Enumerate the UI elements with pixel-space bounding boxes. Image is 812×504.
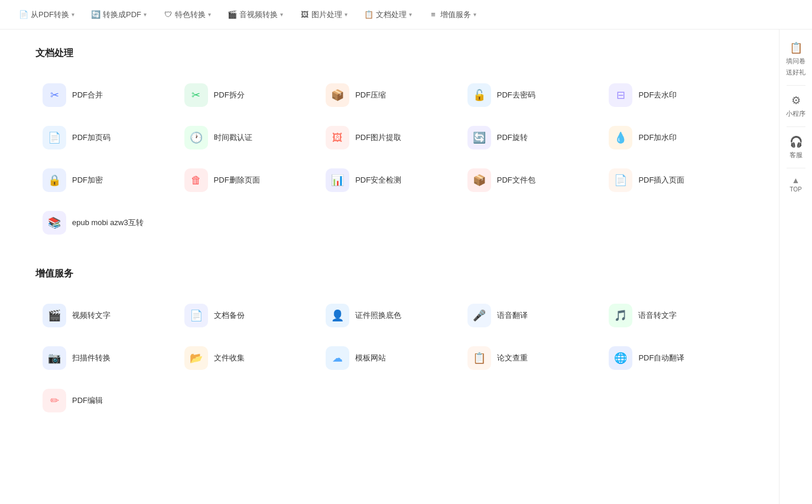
survey-icon: 📋 xyxy=(790,41,803,54)
tool-label-video-to-text: 视频转文字 xyxy=(72,310,111,321)
tool-item-pdf-encrypt[interactable]: 🔒PDF加密 xyxy=(35,159,177,201)
nav-item-to-pdf[interactable]: 🔄 转换成PDF ▾ xyxy=(84,6,154,24)
tool-item-pdf-decrypt[interactable]: 🔓PDF去密码 xyxy=(460,74,602,116)
nav-label-value: 增值服务 xyxy=(440,9,471,20)
tool-icon-pdf-page-code: 📄 xyxy=(43,126,66,149)
customer-service-label: 客服 xyxy=(790,151,803,160)
tool-icon-voice-translate: 🎤 xyxy=(467,304,491,327)
tool-item-pdf-page-code[interactable]: 📄PDF加页码 xyxy=(35,116,177,159)
tool-icon-pdf-rotate: 🔄 xyxy=(467,126,491,149)
sidebar-divider-2 xyxy=(787,126,805,127)
tool-label-pdf-decrypt: PDF去密码 xyxy=(497,90,535,100)
tool-icon-voice-to-text: 🎵 xyxy=(609,304,632,327)
tool-icon-paper-check: 📋 xyxy=(467,346,491,370)
tool-item-paper-check[interactable]: 📋论文查重 xyxy=(460,337,602,379)
tool-item-pdf-package[interactable]: 📦PDF文件包 xyxy=(460,159,602,201)
tool-label-doc-backup: 文档备份 xyxy=(214,310,245,321)
tool-label-pdf-watermark-add: PDF加水印 xyxy=(638,132,677,143)
right-sidebar: 📋 填问卷 送好礼 ⚙ 小程序 🎧 客服 ▲ TOP xyxy=(779,30,812,504)
nav-item-special[interactable]: 🛡 特色转换 ▾ xyxy=(156,6,218,24)
nav-item-doc[interactable]: 📋 文档处理 ▾ xyxy=(357,6,419,24)
section-title-doc-processing: 文档处理 xyxy=(35,47,743,60)
tool-icon-pdf-security: 📊 xyxy=(326,168,349,192)
back-to-top-button[interactable]: ▲ TOP xyxy=(779,170,812,199)
tool-icon-epub-convert: 📚 xyxy=(43,211,66,235)
mini-program-label: 小程序 xyxy=(786,109,805,118)
tool-icon-pdf-encrypt: 🔒 xyxy=(43,168,66,192)
nav-label-image: 图片处理 xyxy=(311,9,342,20)
tool-item-time-cert[interactable]: 🕐时间戳认证 xyxy=(177,116,319,159)
tool-icon-id-photo: 👤 xyxy=(326,304,349,327)
tool-item-pdf-rotate[interactable]: 🔄PDF旋转 xyxy=(460,116,602,159)
tool-icon-video-to-text: 🎬 xyxy=(43,304,66,327)
mini-program-button[interactable]: ⚙ 小程序 xyxy=(779,87,812,125)
tool-item-pdf-merge[interactable]: ✂PDF合并 xyxy=(35,74,177,116)
tools-grid-doc-processing: ✂PDF合并✂PDF拆分📦PDF压缩🔓PDF去密码⊟PDF去水印📄PDF加页码🕐… xyxy=(35,74,743,244)
nav-chevron-doc: ▾ xyxy=(409,11,412,18)
customer-service-button[interactable]: 🎧 客服 xyxy=(779,128,812,167)
nav-item-av[interactable]: 🎬 音视频转换 ▾ xyxy=(220,6,290,24)
tool-icon-scan-convert: 📷 xyxy=(43,346,66,370)
nav-label-from-pdf: 从PDF转换 xyxy=(31,9,69,20)
section-title-value-added: 增值服务 xyxy=(35,268,743,280)
tool-item-pdf-split[interactable]: ✂PDF拆分 xyxy=(177,74,319,116)
tool-item-scan-convert[interactable]: 📷扫描件转换 xyxy=(35,337,177,379)
tool-item-pdf-security[interactable]: 📊PDF安全检测 xyxy=(319,159,460,201)
nav-icon-to-pdf: 🔄 xyxy=(91,10,100,19)
nav-item-image[interactable]: 🖼 图片处理 ▾ xyxy=(293,6,355,24)
tool-item-pdf-insert[interactable]: 📄PDF插入页面 xyxy=(602,159,743,201)
tool-label-time-cert: 时间戳认证 xyxy=(214,132,252,143)
nav-chevron-special: ▾ xyxy=(208,11,211,18)
top-nav: 📄 从PDF转换 ▾ 🔄 转换成PDF ▾ 🛡 特色转换 ▾ 🎬 音视频转换 ▾… xyxy=(0,0,812,30)
tool-label-pdf-delete-page: PDF删除页面 xyxy=(214,175,260,186)
tool-label-voice-to-text: 语音转文字 xyxy=(638,310,677,321)
tool-item-pdf-edit[interactable]: ✏PDF编辑 xyxy=(35,379,177,422)
tool-item-pdf-img-extract[interactable]: 🖼PDF图片提取 xyxy=(319,116,460,159)
tool-icon-pdf-watermark-add: 💧 xyxy=(609,126,632,149)
tool-item-template-web[interactable]: ☁模板网站 xyxy=(319,337,460,379)
tool-item-pdf-watermark-add[interactable]: 💧PDF加水印 xyxy=(602,116,743,159)
tool-item-pdf-watermark-remove[interactable]: ⊟PDF去水印 xyxy=(602,74,743,116)
tool-label-paper-check: 论文查重 xyxy=(497,353,528,363)
tool-item-file-collect[interactable]: 📂文件收集 xyxy=(177,337,319,379)
tool-label-pdf-encrypt: PDF加密 xyxy=(72,175,103,186)
tool-item-pdf-delete-page[interactable]: 🗑PDF删除页面 xyxy=(177,159,319,201)
tool-item-doc-backup[interactable]: 📄文档备份 xyxy=(177,294,319,337)
nav-icon-value: ≡ xyxy=(428,10,438,19)
tool-icon-pdf-compress: 📦 xyxy=(326,83,349,107)
tool-item-voice-to-text[interactable]: 🎵语音转文字 xyxy=(602,294,743,337)
survey-button[interactable]: 📋 填问卷 送好礼 xyxy=(779,34,812,84)
tool-label-pdf-img-extract: PDF图片提取 xyxy=(355,132,401,143)
nav-chevron-image: ▾ xyxy=(345,11,347,18)
tool-item-video-to-text[interactable]: 🎬视频转文字 xyxy=(35,294,177,337)
tool-icon-file-collect: 📂 xyxy=(184,346,208,370)
survey-sub: 送好礼 xyxy=(786,68,805,77)
tool-label-pdf-insert: PDF插入页面 xyxy=(638,175,684,186)
customer-service-icon: 🎧 xyxy=(790,135,803,148)
section-doc-processing: 文档处理✂PDF合并✂PDF拆分📦PDF压缩🔓PDF去密码⊟PDF去水印📄PDF… xyxy=(35,47,743,244)
nav-chevron-from-pdf: ▾ xyxy=(72,11,74,18)
nav-chevron-value: ▾ xyxy=(473,11,476,18)
tool-icon-pdf-watermark-remove: ⊟ xyxy=(609,83,632,107)
tool-item-pdf-compress[interactable]: 📦PDF压缩 xyxy=(319,74,460,116)
nav-icon-doc: 📋 xyxy=(364,10,373,19)
mini-program-icon: ⚙ xyxy=(791,94,801,107)
tool-item-pdf-translate[interactable]: 🌐PDF自动翻译 xyxy=(602,337,743,379)
tool-icon-pdf-merge: ✂ xyxy=(43,83,66,107)
tool-item-voice-translate[interactable]: 🎤语音翻译 xyxy=(460,294,602,337)
tool-label-pdf-split: PDF拆分 xyxy=(214,90,245,100)
tool-icon-pdf-decrypt: 🔓 xyxy=(467,83,491,107)
tool-label-file-collect: 文件收集 xyxy=(214,353,245,363)
nav-item-from-pdf[interactable]: 📄 从PDF转换 ▾ xyxy=(12,6,82,24)
nav-label-special: 特色转换 xyxy=(175,9,206,20)
sidebar-divider-3 xyxy=(787,168,805,168)
tool-label-pdf-merge: PDF合并 xyxy=(72,90,103,100)
tool-icon-pdf-img-extract: 🖼 xyxy=(326,126,349,149)
main-wrapper: 文档处理✂PDF合并✂PDF拆分📦PDF压缩🔓PDF去密码⊟PDF去水印📄PDF… xyxy=(0,30,812,504)
tool-item-epub-convert[interactable]: 📚epub mobi azw3互转 xyxy=(35,201,177,244)
tool-item-id-photo[interactable]: 👤证件照换底色 xyxy=(319,294,460,337)
top-label: TOP xyxy=(790,186,801,193)
nav-item-value[interactable]: ≡ 增值服务 ▾ xyxy=(421,6,483,24)
tool-icon-pdf-split: ✂ xyxy=(184,83,208,107)
nav-chevron-to-pdf: ▾ xyxy=(144,11,147,18)
